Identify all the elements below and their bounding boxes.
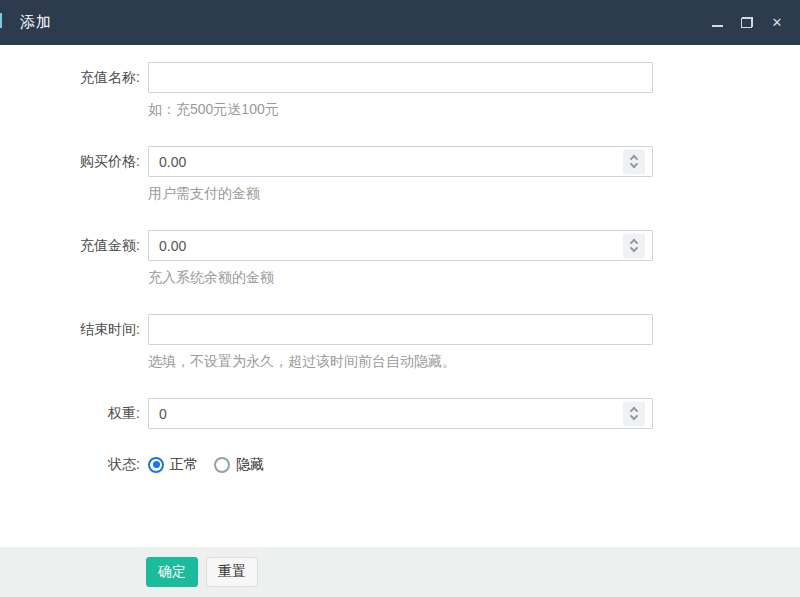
footer-buttons: 确定 重置 (146, 557, 258, 587)
field-hint: 选填，不设置为永久，超过该时间前台自动隐藏。 (148, 352, 653, 370)
spinner-down-icon (630, 412, 638, 420)
field-label: 权重: (0, 398, 140, 429)
restore-icon (741, 17, 753, 28)
spinner-down-icon (630, 244, 638, 252)
field-label: 状态: (0, 449, 140, 480)
status-option-normal[interactable]: 正常 (148, 456, 198, 474)
field-column: 选填，不设置为永久，超过该时间前台自动隐藏。 (148, 314, 653, 370)
purchase-price-input[interactable] (148, 146, 653, 177)
number-input-wrap (148, 146, 653, 177)
field-label: 充值名称: (0, 62, 140, 118)
form-row-end-time: 结束时间: 选填，不设置为永久，超过该时间前台自动隐藏。 (0, 314, 800, 370)
form-row-status: 状态: 正常 隐藏 (0, 449, 800, 480)
dialog-footer: 确定 重置 (0, 547, 800, 597)
minimize-icon (712, 25, 723, 27)
form-row-purchase-price: 购买价格: 用户需支付的金额 (0, 146, 800, 202)
weight-input[interactable] (148, 398, 653, 429)
restore-button[interactable] (740, 15, 754, 31)
minimize-button[interactable] (710, 15, 724, 31)
spinner-down-icon (630, 160, 638, 168)
form-row-recharge-amount: 充值金额: 充入系统余额的金额 (0, 230, 800, 286)
confirm-button[interactable]: 确定 (146, 557, 198, 587)
status-option-hidden[interactable]: 隐藏 (214, 456, 264, 474)
number-input-wrap (148, 230, 653, 261)
dialog-title: 添加 (20, 13, 52, 32)
field-column: 用户需支付的金额 (148, 146, 653, 202)
field-label: 结束时间: (0, 314, 140, 370)
form-row-weight: 权重: (0, 398, 800, 429)
radio-label: 正常 (170, 456, 198, 474)
field-hint: 如：充500元送100元 (148, 100, 653, 118)
radio-checked-icon[interactable] (148, 457, 164, 473)
field-column (148, 398, 653, 429)
dialog-body: 充值名称: 如：充500元送100元 购买价格: 用户需支付的金额 (0, 45, 800, 480)
radio-label: 隐藏 (236, 456, 264, 474)
field-label: 购买价格: (0, 146, 140, 202)
field-hint: 用户需支付的金额 (148, 184, 653, 202)
reset-button[interactable]: 重置 (206, 557, 258, 587)
recharge-name-input[interactable] (148, 62, 653, 93)
form-row-recharge-name: 充值名称: 如：充500元送100元 (0, 62, 800, 118)
close-icon: ✕ (772, 16, 783, 29)
number-spinner[interactable] (623, 233, 645, 258)
add-dialog: 添加 ✕ 充值名称: 如：充500元送100元 购买价格: (0, 0, 800, 597)
field-column: 如：充500元送100元 (148, 62, 653, 118)
dialog-titlebar: 添加 ✕ (0, 0, 800, 45)
page-edge-artifact (0, 13, 2, 28)
field-label: 充值金额: (0, 230, 140, 286)
end-time-input[interactable] (148, 314, 653, 345)
field-column: 正常 隐藏 (148, 449, 280, 480)
number-spinner[interactable] (623, 149, 645, 174)
number-spinner[interactable] (623, 401, 645, 426)
recharge-amount-input[interactable] (148, 230, 653, 261)
number-input-wrap (148, 398, 653, 429)
field-column: 充入系统余额的金额 (148, 230, 653, 286)
window-controls: ✕ (710, 15, 784, 31)
radio-unchecked-icon[interactable] (214, 457, 230, 473)
field-hint: 充入系统余额的金额 (148, 268, 653, 286)
close-button[interactable]: ✕ (770, 15, 784, 31)
